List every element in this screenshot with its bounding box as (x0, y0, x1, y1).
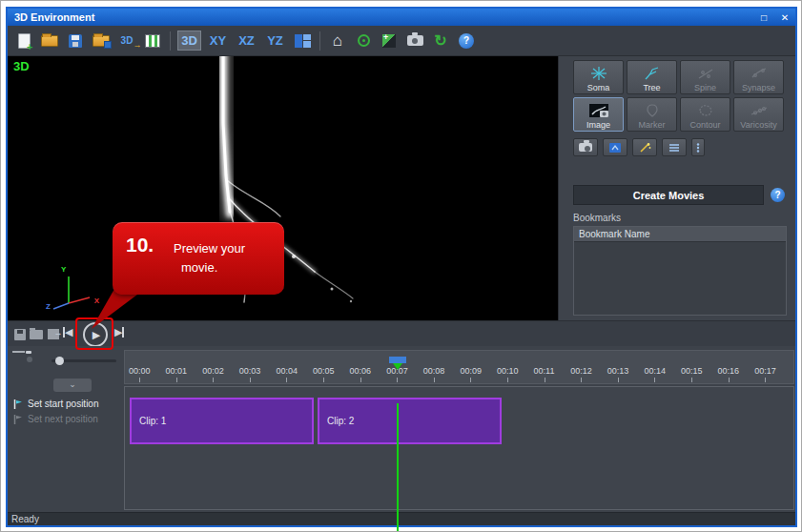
axis-z-label: Z (46, 302, 51, 311)
split-view-icon (295, 34, 311, 48)
playhead-marker-icon[interactable] (393, 363, 402, 370)
target-button[interactable] (353, 31, 374, 51)
image-button[interactable]: Image (573, 97, 624, 132)
save-as-folder-icon (93, 35, 110, 47)
set-start-position-label: Set start position (28, 399, 98, 409)
maximize-button[interactable]: □ (757, 12, 771, 23)
new-file-icon (18, 33, 31, 49)
marker-icon (643, 101, 662, 120)
varicosity-label: Varicosity (740, 120, 776, 130)
callout-text-line1: Preview your (174, 241, 245, 256)
export-movie-button[interactable] (46, 327, 60, 341)
table-icon (145, 34, 160, 48)
soma-button[interactable]: Soma (573, 60, 624, 94)
set-start-position-button[interactable]: Set start position (13, 399, 98, 409)
tree-icon (643, 64, 662, 83)
export-3d-button[interactable]: 3D (116, 31, 137, 51)
time-tick: 00:03 (239, 366, 266, 376)
time-tick: 00:16 (718, 366, 745, 376)
export-movie-icon (48, 329, 59, 339)
help-button[interactable]: ? (456, 31, 477, 51)
view-xz-button[interactable]: XZ (235, 31, 258, 51)
contour-label: Contour (689, 120, 720, 130)
display-settings-button[interactable] (603, 138, 627, 156)
callout-tail (86, 289, 147, 329)
spine-button[interactable]: Spine (680, 60, 730, 94)
time-tick: 00:14 (644, 366, 670, 376)
varicosity-button[interactable]: Varicosity (733, 97, 784, 132)
home-icon: ⌂ (333, 32, 342, 49)
export-table-button[interactable] (142, 31, 163, 51)
clip-2[interactable]: Clip: 2 (318, 398, 502, 444)
clip-track[interactable]: Clip: 1 Clip: 2 (124, 386, 794, 510)
bookmarks-list[interactable]: Bookmark Name (573, 226, 787, 316)
spine-label: Spine (694, 83, 716, 92)
window-controls: □ ✕ (757, 9, 792, 26)
trace-tool-grid: Soma Tree Spine Synapse Image (573, 60, 785, 132)
playhead-handle[interactable] (389, 357, 406, 363)
list-icon (668, 142, 681, 153)
more-options-button[interactable] (691, 138, 705, 156)
magic-wand-button[interactable] (632, 138, 657, 156)
splitter-grip[interactable]: ⌄ (53, 379, 92, 392)
time-tick: 00:17 (754, 366, 781, 376)
next-flag-icon (13, 415, 22, 424)
snapshot-button[interactable] (404, 31, 425, 51)
camera-gear-icon (579, 143, 592, 152)
time-tick: 00:00 (129, 366, 155, 376)
open-button[interactable] (39, 31, 60, 51)
bookmarks-label: Bookmarks (573, 213, 621, 223)
contour-button[interactable]: Contour (680, 97, 730, 132)
open-folder-icon (41, 35, 58, 47)
create-movies-header: Create Movies (573, 185, 764, 205)
set-next-position-button[interactable]: Set next position (13, 414, 98, 424)
timeline-panel: ⌄ Set start position Set next position 0… (8, 346, 795, 512)
zoom-slider-knob[interactable] (55, 357, 64, 365)
create-movies-help-button[interactable]: ? (771, 188, 785, 202)
app-window: 3D Environment □ ✕ 3D 3D XY XZ YZ ⌂ (6, 7, 797, 527)
levels-icon (382, 34, 396, 48)
save-movie-button[interactable] (12, 327, 27, 341)
title-bar: 3D Environment □ ✕ (8, 9, 795, 26)
view-yz-button[interactable]: YZ (263, 31, 287, 51)
adjust-levels-button[interactable] (379, 31, 400, 51)
save-movie-icon (14, 329, 26, 340)
skip-to-start-button[interactable]: ◀ (63, 326, 72, 338)
spine-icon (696, 64, 715, 83)
save-button[interactable] (65, 31, 86, 51)
window-title: 3D Environment (8, 11, 94, 23)
load-movie-button[interactable] (29, 327, 43, 341)
marker-button[interactable]: Marker (627, 97, 677, 132)
more-dots-icon (695, 142, 701, 153)
time-tick: 00:12 (570, 366, 597, 376)
time-ruler[interactable]: 00:00 00:01 00:02 00:03 00:04 00:05 00:0… (124, 350, 794, 384)
mini-floppy-icon (104, 41, 112, 49)
save-as-button[interactable] (91, 31, 112, 51)
view-3d-button[interactable]: 3D (177, 31, 201, 51)
new-file-button[interactable] (13, 31, 34, 51)
tree-button[interactable]: Tree (627, 60, 677, 94)
camera-icon (407, 35, 423, 46)
playhead-line (397, 403, 399, 532)
skip-back-icon: ◀ (65, 326, 72, 338)
help-icon: ? (459, 33, 474, 49)
home-button[interactable]: ⌂ (327, 31, 348, 51)
clip-1[interactable]: Clip: 1 (130, 398, 314, 444)
list-options-button[interactable] (662, 138, 687, 156)
display-icon (608, 142, 622, 153)
time-tick: 00:15 (681, 366, 708, 376)
time-tick: 00:01 (166, 366, 193, 376)
callout-step-10: 10. Preview your movie. (113, 222, 284, 295)
view-xy-button[interactable]: XY (206, 31, 230, 51)
zoom-slider[interactable] (51, 359, 116, 362)
snapshot-settings-button[interactable] (573, 138, 598, 156)
synapse-button[interactable]: Synapse (733, 60, 784, 94)
close-button[interactable]: ✕ (778, 12, 792, 23)
bookmark-name-column-header: Bookmark Name (574, 227, 786, 242)
split-view-button[interactable] (292, 31, 313, 51)
refresh-button[interactable]: ↻ (430, 31, 451, 51)
toolbar-separator (170, 31, 171, 51)
time-tick: 00:04 (276, 366, 302, 376)
soma-label: Soma (587, 83, 610, 92)
synapse-icon (750, 64, 769, 83)
